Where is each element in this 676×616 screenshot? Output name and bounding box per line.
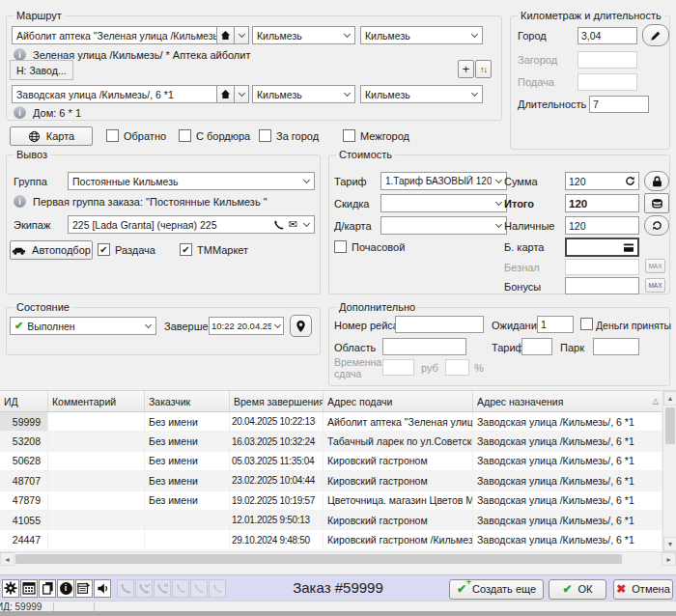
- group-combo[interactable]: Постоянные Кильмезь: [68, 172, 315, 190]
- group-info-note: i Первая группа заказа: "Постоянные Киль…: [14, 195, 268, 208]
- chevron-down-icon[interactable]: [141, 318, 155, 334]
- total-input[interactable]: 120: [565, 194, 639, 212]
- scroll-left-icon[interactable]: ◂: [0, 552, 14, 566]
- checkbox-return[interactable]: [106, 129, 119, 142]
- col-header-customer[interactable]: Заказчик: [145, 391, 230, 411]
- region-input[interactable]: [382, 338, 466, 355]
- group-value: Постоянные Кильмезь: [69, 176, 299, 187]
- checkbox-return-label: Обратно: [124, 130, 166, 142]
- col-header-id[interactable]: ИД: [0, 391, 48, 411]
- crew-combo[interactable]: 225 [Lada Granta] (черная) 225 ✉: [68, 215, 315, 234]
- home-icon[interactable]: [216, 86, 234, 102]
- to-address-dropdown[interactable]: [234, 86, 248, 102]
- table-row[interactable]: 50628Без имени05.03.2025 11:35:04Кировск…: [0, 452, 662, 471]
- refresh-icon: [652, 220, 662, 231]
- wait-label: Ожидание: [492, 320, 543, 331]
- chevron-down-icon[interactable]: [271, 318, 283, 334]
- cashless-input: [565, 259, 639, 275]
- finished-datetime-combo[interactable]: 10:22 20.04.25: [209, 317, 284, 335]
- cash-input[interactable]: 120: [565, 216, 639, 235]
- from-address-field[interactable]: Айболит аптека "Зеленая улица /Кильмезь/…: [12, 26, 249, 44]
- create-more-button[interactable]: ✔+ Создать еще: [449, 579, 544, 600]
- suburb-km-input: [577, 51, 637, 69]
- checkbox-intercity[interactable]: [343, 129, 355, 142]
- vertical-scrollbar[interactable]: ▴ ▾: [662, 391, 676, 551]
- swap-addresses-button[interactable]: ↑↓: [475, 60, 492, 78]
- cancel-button[interactable]: ✖ Отмена: [613, 579, 673, 600]
- state-value: Выполнен: [27, 321, 74, 332]
- from-city-value: Кильмезь: [253, 30, 340, 42]
- edit-km-button[interactable]: [642, 24, 669, 46]
- phone-icon[interactable]: [271, 219, 287, 231]
- col-header-finish-time[interactable]: Время завершения: [230, 391, 324, 411]
- tariff-combo[interactable]: 1.Тариф БАЗОВЫЙ 120р: [380, 172, 507, 190]
- to-city-combo[interactable]: Кильмезь: [252, 85, 355, 103]
- bankcard-input[interactable]: [565, 238, 639, 257]
- hscroll-thumb[interactable]: [15, 554, 622, 564]
- cashless-max-button[interactable]: MAX: [645, 259, 665, 273]
- sum-input[interactable]: 120: [565, 172, 639, 190]
- scroll-right-icon[interactable]: ▸: [662, 552, 676, 566]
- city-km-input[interactable]: 3,04: [577, 27, 637, 44]
- chevron-down-icon[interactable]: [340, 27, 354, 43]
- table-row[interactable]: 53208Без имени16.03.2025 10:32:24Табачны…: [0, 432, 662, 451]
- vscroll-thumb[interactable]: [665, 407, 675, 444]
- wait-input[interactable]: 1: [537, 316, 574, 333]
- checkbox-curb[interactable]: [179, 129, 191, 142]
- scroll-up-icon[interactable]: ▴: [663, 391, 676, 406]
- from-address-dropdown[interactable]: [234, 27, 248, 43]
- autoselect-button[interactable]: Автоподбор: [10, 240, 93, 260]
- extra-tariff-input[interactable]: [521, 338, 552, 355]
- envelope-icon[interactable]: ✉: [287, 218, 299, 231]
- duration-input[interactable]: 7: [589, 96, 649, 113]
- map-button[interactable]: Карта: [10, 126, 93, 146]
- sum-label: Сумма: [504, 176, 538, 187]
- pencil-icon: [650, 30, 662, 42]
- table-row[interactable]: 47879Без имени19.02.2025 10:19:57Цветочн…: [0, 491, 662, 511]
- add-stop-button[interactable]: +: [458, 60, 474, 78]
- bonus-max-button[interactable]: MAX: [645, 278, 665, 293]
- lock-price-button[interactable]: [644, 171, 669, 191]
- col-header-comment[interactable]: Комментарий: [48, 391, 145, 411]
- chevron-down-icon[interactable]: [299, 216, 314, 233]
- park-input[interactable]: [593, 338, 639, 355]
- checkbox-hourly[interactable]: [334, 240, 347, 253]
- table-row[interactable]: 59999Без имени20.04.2025 10:22:13Айболит…: [0, 412, 662, 432]
- table-row[interactable]: 2444729.10.2024 9:48:50Кировский гастрон…: [0, 530, 662, 549]
- checkbox-money-accepted[interactable]: [580, 318, 593, 330]
- payments-button[interactable]: [644, 193, 669, 213]
- ok-button[interactable]: ✔ ОК: [549, 579, 606, 600]
- col-header-pickup-address[interactable]: Адрес подачи: [324, 391, 473, 411]
- horizontal-scrollbar[interactable]: ◂ ▸: [0, 551, 676, 566]
- chevron-down-icon[interactable]: [467, 27, 482, 43]
- chevron-down-icon: [238, 89, 244, 96]
- table-header-row: ИД Комментарий Заказчик Время завершения…: [0, 391, 662, 412]
- table-row[interactable]: 48707Без имени23.02.2025 10:04:44Кировск…: [0, 471, 662, 490]
- check-icon: ✔: [99, 245, 107, 255]
- discount-combo[interactable]: [380, 194, 507, 212]
- checkbox-outoftown[interactable]: [259, 129, 271, 142]
- status-id: ИД: 59999: [0, 602, 42, 611]
- geo-button[interactable]: [290, 315, 312, 337]
- col-header-dest-address[interactable]: Адрес назначения △: [473, 391, 662, 411]
- chevron-down-icon[interactable]: [299, 173, 314, 189]
- scroll-down-icon[interactable]: ▾: [663, 537, 676, 551]
- checkbox-distribution[interactable]: ✔: [98, 243, 110, 256]
- to-district-combo[interactable]: Кильмезь: [360, 85, 483, 103]
- group-label: Группа: [14, 176, 47, 187]
- bonus-input[interactable]: [565, 277, 639, 294]
- state-combo[interactable]: ✔ Выполнен: [10, 317, 156, 335]
- flight-input[interactable]: [395, 316, 484, 333]
- to-address-field[interactable]: Заводская улица /Кильмезь/, 6 *1: [12, 85, 249, 103]
- from-district-combo[interactable]: Кильмезь: [360, 26, 483, 44]
- from-city-combo[interactable]: Кильмезь: [252, 26, 355, 44]
- checkbox-tmmarket[interactable]: ✔: [180, 243, 192, 256]
- recalc-cash-button[interactable]: [644, 215, 669, 236]
- home-icon[interactable]: [216, 27, 234, 43]
- refresh-icon[interactable]: [625, 176, 635, 186]
- chevron-down-icon[interactable]: [467, 86, 482, 102]
- stop-tab[interactable]: Н: Завод...: [10, 60, 73, 80]
- table-row[interactable]: 4105512.01.2025 9:50:13Кировский гастрон…: [0, 511, 662, 530]
- dcard-combo[interactable]: [380, 216, 507, 235]
- chevron-down-icon[interactable]: [340, 86, 354, 102]
